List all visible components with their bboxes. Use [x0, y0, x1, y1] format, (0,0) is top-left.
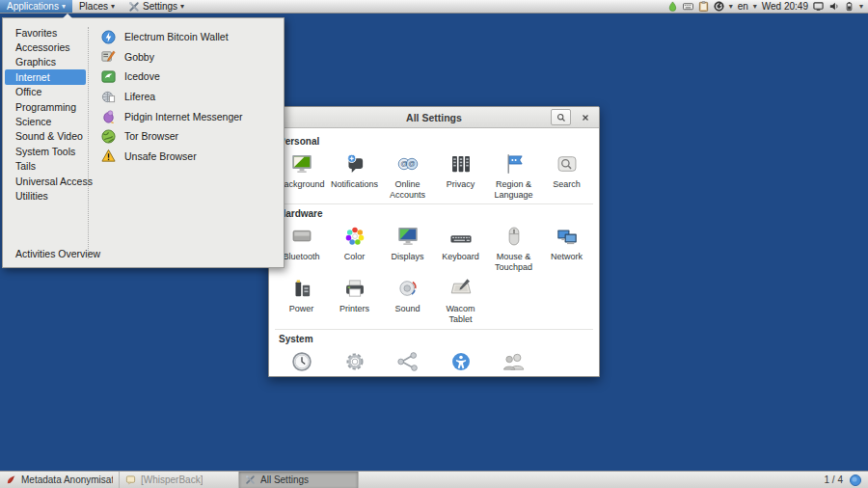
sidebar-item-accessories[interactable]: Accessories	[3, 40, 88, 54]
battery-icon[interactable]	[844, 1, 854, 12]
sidebar-item-internet[interactable]: Internet	[5, 69, 86, 84]
settings-grid: BackgroundNotifications@@Online Accounts…	[275, 150, 593, 203]
app-item-liferea[interactable]: Liferea	[101, 87, 284, 107]
settings-item-label: Network	[551, 252, 583, 262]
menu-settings[interactable]: Settings▾	[122, 0, 191, 13]
sidebar-item-tails[interactable]: Tails	[3, 159, 88, 174]
settings-item-universal-access[interactable]: Universal Access	[434, 348, 487, 376]
displays-icon	[394, 223, 421, 250]
tools-icon	[128, 1, 140, 13]
app-item-label: Unsafe Browser	[124, 150, 197, 162]
settings-item-privacy[interactable]: Privacy	[434, 150, 487, 200]
settings-item-search[interactable]: Search	[540, 150, 593, 200]
display-settings-icon[interactable]	[813, 1, 824, 12]
settings-item-wacom-tablet[interactable]: Wacom Tablet	[434, 275, 487, 324]
task-button-whisperback[interactable]: [WhisperBack]	[120, 472, 239, 488]
settings-item-region-language[interactable]: Region & Language	[487, 150, 540, 200]
category-label: Graphics	[15, 56, 56, 68]
sidebar-item-sound-video[interactable]: Sound & Video	[3, 129, 88, 144]
task-button-all-settings[interactable]: All Settings	[239, 472, 359, 488]
menu-label: Settings	[143, 1, 177, 12]
app-item-unsafe-browser[interactable]: Unsafe Browser	[101, 147, 284, 167]
printers-icon	[341, 275, 368, 302]
universal-access-icon	[448, 348, 475, 375]
online-accounts-icon: @@	[394, 150, 421, 177]
sidebar-item-science[interactable]: Science	[3, 114, 88, 128]
settings-sections: PersonalBackgroundNotifications@@Online …	[269, 128, 599, 376]
settings-item-notifications[interactable]: Notifications	[328, 150, 381, 200]
keyboard-layout[interactable]: en	[738, 1, 748, 12]
clock[interactable]: Wed 20:49	[762, 1, 808, 12]
settings-item-sound[interactable]: Sound	[381, 275, 434, 324]
app-item-electrum-bitcoin-wallet[interactable]: Electrum Bitcoin Wallet	[101, 27, 284, 47]
settings-grid: BluetoothColorDisplaysKeyboardMouse & To…	[275, 223, 593, 327]
settings-item-label: Background	[278, 179, 324, 190]
settings-titlebar[interactable]: All Settings	[269, 107, 599, 128]
app-item-icedove[interactable]: Icedove	[101, 67, 284, 87]
app-item-label: Icedove	[124, 70, 160, 82]
close-button[interactable]	[575, 109, 595, 125]
activities-overview-link[interactable]: Activities Overview	[15, 248, 100, 259]
clipboard-applet-icon[interactable]	[698, 1, 709, 12]
openpgp-applet-icon[interactable]	[714, 1, 724, 12]
settings-section-hardware: HardwareBluetoothColorDisplaysKeyboardMo…	[275, 203, 593, 328]
section-label: Personal	[275, 134, 593, 150]
task-label: All Settings	[260, 474, 309, 485]
chevron-down-icon: ▾	[180, 3, 184, 11]
svg-text:@: @	[400, 159, 407, 168]
settings-item-label: Mouse & Touchpad	[487, 252, 540, 272]
privacy-icon	[448, 150, 475, 177]
settings-item-label: Bluetooth	[283, 252, 319, 262]
workspace-pager-label: 1 / 4	[825, 474, 843, 485]
tor-browser-icon	[101, 129, 116, 144]
liferea-icon	[101, 90, 116, 104]
sidebar-item-utilities[interactable]: Utilities	[3, 188, 88, 203]
menu-places[interactable]: Places▾	[72, 0, 122, 13]
app-item-tor-browser[interactable]: Tor Browser	[101, 126, 284, 147]
settings-item-displays[interactable]: Displays	[381, 223, 434, 272]
chevron-down-icon: ▾	[859, 3, 863, 11]
keyboard-indicator-icon[interactable]	[683, 1, 693, 12]
settings-item-users[interactable]: Users	[487, 348, 540, 376]
tails-tor-status-icon[interactable]	[667, 1, 678, 12]
menu-applications[interactable]: Applications▾	[0, 0, 72, 13]
settings-item-sharing[interactable]: Sharing	[381, 348, 434, 376]
background-icon	[288, 150, 315, 177]
sidebar-item-office[interactable]: Office	[3, 85, 88, 99]
volume-icon[interactable]	[828, 1, 839, 12]
sidebar-item-universal-access[interactable]: Universal Access	[3, 174, 88, 188]
app-item-pidgin-internet-messenger[interactable]: Pidgin Internet Messenger	[101, 106, 284, 126]
settings-item-label: Privacy	[447, 179, 475, 190]
search-button[interactable]	[551, 109, 571, 125]
menu-label: Applications	[7, 1, 59, 12]
app-item-gobby[interactable]: Gobby	[101, 47, 284, 68]
settings-item-mouse-touchpad[interactable]: Mouse & Touchpad	[487, 223, 540, 272]
settings-item-network[interactable]: Network	[540, 223, 593, 272]
category-label: Universal Access	[15, 176, 93, 187]
bluetooth-icon	[288, 223, 315, 250]
sidebar-item-graphics[interactable]: Graphics	[3, 55, 88, 69]
section-label: System	[275, 332, 593, 348]
unsafe-browser-icon	[101, 149, 116, 163]
settings-item-details[interactable]: Details	[328, 348, 381, 376]
settings-item-keyboard[interactable]: Keyboard	[434, 223, 487, 272]
menu-apps: Electrum Bitcoin WalletGobbyIcedoveLifer…	[89, 18, 284, 267]
settings-item-label: Wacom Tablet	[434, 304, 487, 324]
sidebar-item-favorites[interactable]: Favorites	[3, 25, 88, 40]
settings-item-online-accounts[interactable]: @@Online Accounts	[381, 150, 434, 200]
workspace-indicator[interactable]: 1 / 4	[825, 472, 868, 488]
settings-item-date-time[interactable]: Date & Time	[275, 348, 328, 376]
sidebar-item-system-tools[interactable]: System Tools	[3, 144, 88, 158]
settings-item-power[interactable]: Power	[275, 275, 328, 324]
settings-item-printers[interactable]: Printers	[328, 275, 381, 324]
settings-item-label: Online Accounts	[381, 179, 434, 200]
settings-item-color[interactable]: Color	[328, 223, 381, 272]
search-page-icon	[554, 150, 581, 177]
sidebar-item-programming[interactable]: Programming	[3, 99, 88, 114]
menu-label: Places	[79, 1, 108, 12]
wacom-tablet-icon	[448, 275, 475, 302]
task-button-metadata-anonymisation-toolkit[interactable]: Metadata Anonymisation Toolkit	[0, 472, 120, 488]
chevron-down-icon: ▾	[753, 3, 757, 11]
notification-blue-icon[interactable]	[850, 474, 861, 486]
settings-item-label: Region & Language	[487, 179, 540, 200]
